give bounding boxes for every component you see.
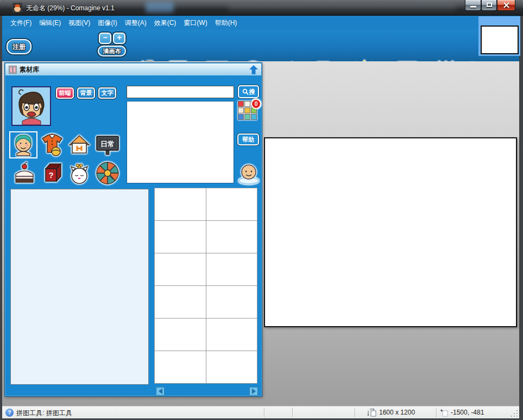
menu-file[interactable]: 文件(F) xyxy=(7,16,35,30)
panel-header[interactable]: 素材库 xyxy=(5,63,261,75)
search-input[interactable] xyxy=(127,86,234,98)
arrow-left-icon xyxy=(159,389,162,394)
asset-grid-cell[interactable] xyxy=(206,253,257,285)
preview-area[interactable] xyxy=(10,189,149,385)
status-canvas-size: 1600 x 1200 xyxy=(379,409,415,416)
maximize-button[interactable] xyxy=(481,0,497,11)
material-library-panel: 素材库 前端 背景 文字 xyxy=(4,62,262,397)
asset-grid-cell[interactable] xyxy=(206,286,257,318)
category-cat[interactable] xyxy=(66,161,92,186)
zoom-in-button[interactable]: + xyxy=(113,33,125,44)
minimize-button[interactable] xyxy=(465,0,481,11)
category-cake[interactable] xyxy=(10,161,36,186)
arrow-up-icon xyxy=(249,65,258,74)
asset-grid-cell[interactable] xyxy=(155,221,206,253)
arrow-right-icon xyxy=(252,389,256,394)
status-divider xyxy=(355,408,355,417)
search-result-list[interactable] xyxy=(127,101,234,183)
status-divider xyxy=(292,408,293,417)
asset-grid-cell[interactable] xyxy=(206,188,257,220)
canvas-size-icon xyxy=(367,409,377,417)
app-window: 无命名 (29%) - Comagine v1.1 文件(F) 编辑(E) 视图… xyxy=(0,0,523,420)
status-cursor-position: -1500, -481 xyxy=(451,409,484,416)
umbrella-icon xyxy=(95,161,120,185)
category-umbrella[interactable] xyxy=(94,161,121,186)
daily-label: 日常 xyxy=(100,140,115,148)
door-icon xyxy=(9,66,17,74)
register-button[interactable]: 注册 xyxy=(7,39,31,54)
category-mystery-box[interactable]: ? xyxy=(39,161,65,186)
collapse-panel-button[interactable] xyxy=(249,65,258,74)
panel-title: 素材库 xyxy=(20,65,39,74)
count-badge: 0 xyxy=(251,99,261,109)
close-icon xyxy=(503,2,509,8)
menu-view[interactable]: 视图(V) xyxy=(65,16,94,30)
fit-canvas-button[interactable]: 满画布 xyxy=(98,46,126,56)
category-daily[interactable]: 日常 xyxy=(94,132,121,157)
tab-text[interactable]: 文字 xyxy=(98,87,116,99)
asset-grid xyxy=(154,188,257,384)
window-title: 无命名 (29%) - Comagine v1.1 xyxy=(26,4,115,13)
status-divider xyxy=(436,408,437,417)
close-button[interactable] xyxy=(497,0,515,11)
search-icon xyxy=(242,88,249,95)
asset-grid-cell[interactable] xyxy=(155,253,206,285)
aero-glass-reflection xyxy=(146,2,174,12)
asset-grid-cell[interactable] xyxy=(206,319,257,351)
aero-glass-reflection xyxy=(228,4,456,11)
status-help-icon: ? xyxy=(5,409,14,417)
help-button[interactable]: 帮助 xyxy=(237,133,259,145)
person-icon xyxy=(11,133,35,157)
mystery-box-icon: ? xyxy=(40,161,64,185)
asset-grid-cell[interactable] xyxy=(155,319,206,351)
color-swatch-panel xyxy=(478,16,520,56)
bath-face-icon[interactable] xyxy=(238,161,260,185)
menu-bar: 文件(F) 编辑(E) 视图(V) 图像(I) 调整(A) 效果(C) 窗口(W… xyxy=(2,16,519,30)
title-bar: 无命名 (29%) - Comagine v1.1 xyxy=(0,0,523,16)
current-color-swatch[interactable] xyxy=(481,26,519,54)
category-house[interactable] xyxy=(66,132,92,157)
search-button[interactable]: 搜 xyxy=(238,85,259,98)
asset-grid-cell[interactable] xyxy=(155,188,206,220)
asset-grid-cell[interactable] xyxy=(206,221,257,253)
app-icon xyxy=(12,3,22,12)
tab-background[interactable]: 背景 xyxy=(77,87,95,99)
mystery-label: ? xyxy=(48,170,53,180)
status-tool-text: 拼图工具: 拼图工具 xyxy=(16,409,72,418)
toolbar: 注册 − + 满画布 工具 素材库 xyxy=(2,30,519,61)
zoom-out-button[interactable]: − xyxy=(99,33,111,44)
menu-adjust[interactable]: 调整(A) xyxy=(121,16,150,30)
tab-foreground[interactable]: 前端 xyxy=(56,87,74,99)
status-bar: ? 拼图工具: 拼图工具 1600 x 1200 -1500, -481 xyxy=(2,406,519,418)
category-clothes[interactable] xyxy=(39,132,65,157)
scroll-left-button[interactable] xyxy=(156,387,165,396)
search-button-label: 搜 xyxy=(249,88,255,96)
asset-grid-cell[interactable] xyxy=(155,286,206,318)
scroll-right-button[interactable] xyxy=(249,387,258,396)
category-person[interactable] xyxy=(10,132,36,157)
clothes-icon xyxy=(40,133,64,157)
resize-grip[interactable] xyxy=(511,410,518,417)
drawing-canvas[interactable] xyxy=(264,137,517,327)
cake-icon xyxy=(11,161,35,185)
cursor-position-icon xyxy=(440,409,449,417)
menu-edit[interactable]: 编辑(E) xyxy=(35,16,65,30)
menu-image[interactable]: 图像(I) xyxy=(94,16,121,30)
asset-pack-icon[interactable]: 0 xyxy=(238,101,260,123)
avatar[interactable] xyxy=(11,86,51,126)
maximize-icon xyxy=(487,3,492,7)
minimize-icon xyxy=(470,6,476,8)
menu-effect[interactable]: 效果(C) xyxy=(150,16,180,30)
house-icon xyxy=(67,133,91,157)
cat-icon xyxy=(67,161,91,185)
asset-grid-cell[interactable] xyxy=(206,351,257,383)
menu-window[interactable]: 窗口(W) xyxy=(180,16,211,30)
daily-board-icon: 日常 xyxy=(95,133,120,157)
menu-help[interactable]: 帮助(H) xyxy=(211,16,241,30)
asset-grid-cell[interactable] xyxy=(155,351,206,383)
status-divider xyxy=(264,408,264,417)
